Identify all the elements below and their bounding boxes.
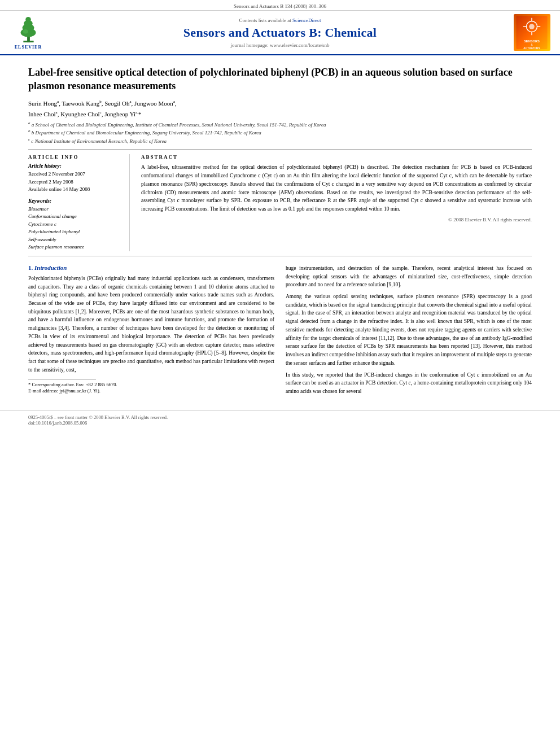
sciencedirect-link[interactable]: ScienceDirect bbox=[292, 18, 321, 23]
footnote-corresponding: * Corresponding author. Fax: +82 2 885 6… bbox=[28, 382, 274, 388]
keyword-4: Polychlorinated biphenyl bbox=[28, 228, 121, 236]
footnote-rule bbox=[28, 379, 96, 379]
article-area: Label-free sensitive optical detection o… bbox=[0, 55, 560, 405]
keyword-6: Surface plasmon resonance bbox=[28, 243, 121, 251]
intro-heading-text: Introduction bbox=[34, 264, 67, 271]
section-number: 1. bbox=[28, 264, 33, 271]
copyright-line: © 2008 Elsevier B.V. All rights reserved… bbox=[141, 217, 532, 222]
affiliations-block: a a School of Chemical and Biological En… bbox=[28, 121, 532, 145]
svg-point-6 bbox=[23, 29, 28, 34]
received-date: Received 2 November 2007 bbox=[28, 171, 121, 178]
journal-center: Contents lists available at ScienceDirec… bbox=[51, 14, 509, 51]
rule-2 bbox=[28, 256, 532, 256]
article-info-heading: ARTICLE INFO bbox=[28, 154, 121, 160]
elsevier-logo: ELSEVIER bbox=[6, 14, 51, 51]
accepted-date: Accepted 2 May 2008 bbox=[28, 178, 121, 186]
authors-line: Surin Honga, Taewook Kangb, Seogil Oha, … bbox=[28, 99, 532, 108]
authors-text-2: Inhee Choia, Kyunghee Choic, Jongheop Yi… bbox=[28, 111, 141, 117]
svg-rect-1 bbox=[23, 41, 33, 42]
citation-text: Sensors and Actuators B 134 (2008) 300–3… bbox=[234, 3, 326, 9]
journal-header: ELSEVIER Contents lists available at Sci… bbox=[0, 11, 560, 55]
keyword-5: Self-assembly bbox=[28, 236, 121, 244]
elsevier-tree-icon bbox=[13, 15, 44, 43]
rule-1 bbox=[28, 149, 532, 150]
article-info-abstract: ARTICLE INFO Article history: Received 2… bbox=[28, 154, 532, 251]
contents-line: Contents lists available at ScienceDirec… bbox=[239, 18, 321, 23]
doi-text: doi:10.1016/j.snb.2008.05.006 bbox=[28, 420, 532, 426]
sensors-actuators-logo: SENSORS & ACTUATORS bbox=[509, 14, 554, 51]
journal-homepage: journal homepage: www.elsevier.com/locat… bbox=[231, 42, 330, 48]
keywords-label: Keywords: bbox=[28, 198, 121, 204]
elsevier-label: ELSEVIER bbox=[15, 45, 42, 50]
intro-text-1: Polychlorinated biphenyls (PCBs) origina… bbox=[28, 274, 274, 374]
svg-text:ACTUATORS: ACTUATORS bbox=[523, 47, 540, 49]
body-left: 1. Introduction Polychlorinated biphenyl… bbox=[28, 264, 274, 399]
affiliation-c: c c National Institute of Environmental … bbox=[28, 137, 532, 145]
authors-text: Surin Honga, Taewook Kangb, Seogil Oha, … bbox=[28, 100, 177, 107]
bottom-bar: 0925-4005/$ – see front matter © 2008 El… bbox=[0, 410, 560, 429]
journal-title: Sensors and Actuators B: Chemical bbox=[183, 25, 377, 40]
sensors-logo-box: SENSORS & ACTUATORS bbox=[514, 14, 550, 51]
article-title: Label-free sensitive optical detection o… bbox=[28, 65, 532, 93]
body-right: huge instrumentation, and destruction of… bbox=[286, 264, 532, 399]
abstract-col: ABSTRACT A label-free, ultrasensitive me… bbox=[141, 154, 532, 251]
issn-text: 0925-4005/$ – see front matter © 2008 El… bbox=[28, 414, 532, 420]
intro-text-study: In this study, we reported that the PCB-… bbox=[286, 371, 532, 396]
available-online-date: Available online 14 May 2008 bbox=[28, 186, 121, 194]
keyword-2: Conformational change bbox=[28, 213, 121, 221]
svg-point-5 bbox=[25, 17, 31, 23]
abstract-text: A label-free, ultrasensitive method for … bbox=[141, 163, 532, 213]
article-info-col: ARTICLE INFO Article history: Received 2… bbox=[28, 154, 130, 251]
article-history-label: Article history: bbox=[28, 163, 121, 169]
sensors-logo-image: SENSORS & ACTUATORS bbox=[515, 16, 548, 49]
svg-text:SENSORS: SENSORS bbox=[524, 40, 540, 43]
authors-line-2: Inhee Choia, Kyunghee Choic, Jongheop Yi… bbox=[28, 110, 532, 119]
keyword-1: Biosensor bbox=[28, 206, 121, 213]
affiliation-a: a a School of Chemical and Biological En… bbox=[28, 121, 532, 129]
intro-heading: 1. Introduction bbox=[28, 264, 274, 271]
body-section: 1. Introduction Polychlorinated biphenyl… bbox=[28, 264, 532, 399]
intro-text-spr: Among the various optical sensing techni… bbox=[286, 292, 532, 367]
svg-point-9 bbox=[529, 24, 535, 29]
intro-text-right: huge instrumentation, and destruction of… bbox=[286, 264, 532, 289]
abstract-heading: ABSTRACT bbox=[141, 154, 532, 160]
keyword-3: Cytochrome c bbox=[28, 221, 121, 229]
affiliation-b: b b Department of Chemical and Biomolecu… bbox=[28, 129, 532, 137]
citation-bar: Sensors and Actuators B 134 (2008) 300–3… bbox=[0, 0, 560, 11]
footnote-email: E-mail address: jyi@snu.ac.kr (J. Yi). bbox=[28, 388, 274, 395]
